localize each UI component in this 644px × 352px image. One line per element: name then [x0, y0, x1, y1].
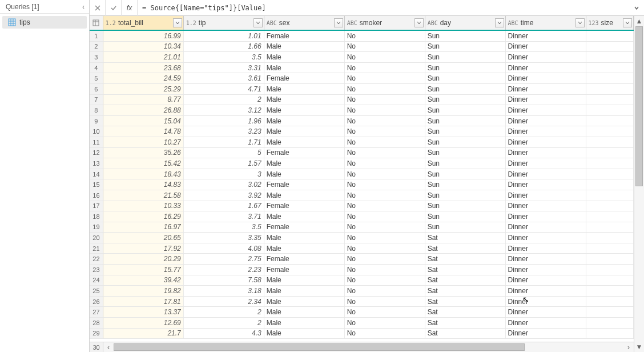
- cell-smoker[interactable]: No: [345, 84, 425, 94]
- cell-size[interactable]: [586, 201, 634, 211]
- cell-smoker[interactable]: No: [345, 52, 425, 62]
- cell-tip[interactable]: 1.66: [184, 42, 264, 52]
- cell-time[interactable]: Dinner: [506, 52, 586, 62]
- cell-tip[interactable]: 3.71: [184, 211, 264, 222]
- vscroll-down-arrow[interactable]: ▼: [634, 342, 644, 352]
- column-filter-button[interactable]: [495, 18, 504, 27]
- table-row[interactable]: 826.883.12MaleNoSunDinner: [90, 105, 634, 116]
- row-number[interactable]: 21: [90, 243, 103, 254]
- cell-day[interactable]: Sun: [425, 179, 506, 190]
- hscroll-left-arrow[interactable]: ‹: [103, 342, 114, 352]
- cell-sex[interactable]: Male: [264, 211, 345, 222]
- table-row[interactable]: 2315.772.23FemaleNoSatDinner: [90, 265, 634, 275]
- column-header-total_bill[interactable]: 1.2total_bill: [103, 16, 184, 30]
- table-row[interactable]: 1816.293.71MaleNoSunDinner: [90, 211, 634, 222]
- cell-time[interactable]: Dinner: [506, 116, 586, 126]
- cell-day[interactable]: Sun: [425, 73, 506, 83]
- column-filter-button[interactable]: [253, 18, 263, 27]
- vertical-scrollbar[interactable]: ▲ ▼: [634, 16, 644, 352]
- cell-tip[interactable]: 1.71: [184, 137, 264, 147]
- column-header-size[interactable]: 123size: [586, 16, 634, 30]
- cell-time[interactable]: Dinner: [506, 42, 586, 52]
- cell-total_bill[interactable]: 16.99: [103, 31, 184, 41]
- formula-expand-button[interactable]: [629, 0, 644, 16]
- cell-smoker[interactable]: No: [345, 329, 425, 339]
- cell-size[interactable]: [586, 73, 634, 83]
- table-row[interactable]: 2439.427.58MaleNoSatDinner: [90, 275, 634, 286]
- row-number[interactable]: 8: [90, 105, 103, 115]
- vscroll-thumb[interactable]: [635, 26, 643, 186]
- cell-day[interactable]: Sun: [425, 137, 506, 147]
- row-number[interactable]: 15: [90, 179, 103, 190]
- cell-day[interactable]: Sun: [425, 148, 506, 158]
- cell-tip[interactable]: 2.34: [184, 297, 264, 307]
- cell-smoker[interactable]: No: [345, 265, 425, 275]
- cell-smoker[interactable]: No: [345, 73, 425, 83]
- table-row[interactable]: 1710.331.67FemaleNoSunDinner: [90, 201, 634, 212]
- cell-smoker[interactable]: No: [345, 42, 425, 52]
- cell-total_bill[interactable]: 25.29: [103, 84, 184, 94]
- cell-size[interactable]: [586, 31, 634, 41]
- cell-sex[interactable]: Male: [264, 116, 345, 126]
- cell-tip[interactable]: 1.57: [184, 158, 264, 169]
- cell-sex[interactable]: Male: [264, 233, 345, 243]
- cell-tip[interactable]: 2: [184, 318, 264, 328]
- cell-size[interactable]: [586, 211, 634, 222]
- cell-smoker[interactable]: No: [345, 148, 425, 158]
- cell-time[interactable]: Dinner: [506, 84, 586, 94]
- cell-day[interactable]: Sat: [425, 254, 506, 264]
- cell-total_bill[interactable]: 21.7: [103, 329, 184, 339]
- cell-size[interactable]: [586, 286, 634, 296]
- cell-time[interactable]: Dinner: [506, 137, 586, 147]
- cell-tip[interactable]: 3.61: [184, 73, 264, 83]
- row-number[interactable]: 7: [90, 95, 103, 105]
- cell-time[interactable]: Dinner: [506, 158, 586, 169]
- hscroll-right-arrow[interactable]: ›: [623, 342, 634, 352]
- select-all-corner[interactable]: [90, 16, 103, 30]
- cell-tip[interactable]: 2: [184, 307, 264, 317]
- cell-total_bill[interactable]: 39.42: [103, 275, 184, 286]
- cell-time[interactable]: Dinner: [506, 243, 586, 254]
- cell-sex[interactable]: Male: [264, 329, 345, 339]
- cell-smoker[interactable]: No: [345, 222, 425, 233]
- cell-time[interactable]: Dinner: [506, 297, 586, 307]
- cell-time[interactable]: Dinner: [506, 275, 586, 286]
- row-number[interactable]: 29: [90, 329, 103, 339]
- cell-sex[interactable]: Male: [264, 307, 345, 317]
- cell-size[interactable]: [586, 265, 634, 275]
- cell-time[interactable]: Dinner: [506, 179, 586, 190]
- cell-time[interactable]: Dinner: [506, 73, 586, 83]
- cell-tip[interactable]: 4.08: [184, 243, 264, 254]
- table-row[interactable]: 2020.653.35MaleNoSatDinner: [90, 233, 634, 243]
- cell-tip[interactable]: 1.67: [184, 201, 264, 211]
- cell-smoker[interactable]: No: [345, 190, 425, 201]
- cell-smoker[interactable]: No: [345, 95, 425, 105]
- row-number[interactable]: 18: [90, 211, 103, 222]
- cell-size[interactable]: [586, 126, 634, 137]
- cell-total_bill[interactable]: 17.92: [103, 243, 184, 254]
- row-number[interactable]: 3: [90, 52, 103, 62]
- cell-total_bill[interactable]: 35.26: [103, 148, 184, 158]
- cell-total_bill[interactable]: 10.27: [103, 137, 184, 147]
- row-number[interactable]: 6: [90, 84, 103, 94]
- table-row[interactable]: 2220.292.75FemaleNoSatDinner: [90, 254, 634, 265]
- row-number[interactable]: 19: [90, 222, 103, 233]
- table-row[interactable]: 1014.783.23MaleNoSunDinner: [90, 126, 634, 137]
- cell-size[interactable]: [586, 275, 634, 286]
- cell-smoker[interactable]: No: [345, 243, 425, 254]
- cell-size[interactable]: [586, 329, 634, 339]
- row-number[interactable]: 5: [90, 73, 103, 83]
- table-row[interactable]: 2713.372MaleNoSatDinner: [90, 307, 634, 318]
- row-number[interactable]: 26: [90, 297, 103, 307]
- hscroll-thumb[interactable]: [114, 343, 525, 351]
- table-row[interactable]: 78.772MaleNoSunDinner: [90, 95, 634, 106]
- cell-size[interactable]: [586, 52, 634, 62]
- cell-time[interactable]: Dinner: [506, 329, 586, 339]
- cell-time[interactable]: Dinner: [506, 265, 586, 275]
- cell-size[interactable]: [586, 169, 634, 179]
- cell-tip[interactable]: 3.35: [184, 233, 264, 243]
- cell-day[interactable]: Sun: [425, 63, 506, 73]
- cell-sex[interactable]: Female: [264, 31, 345, 41]
- column-header-smoker[interactable]: ABCsmoker: [345, 16, 425, 30]
- cell-total_bill[interactable]: 14.83: [103, 179, 184, 190]
